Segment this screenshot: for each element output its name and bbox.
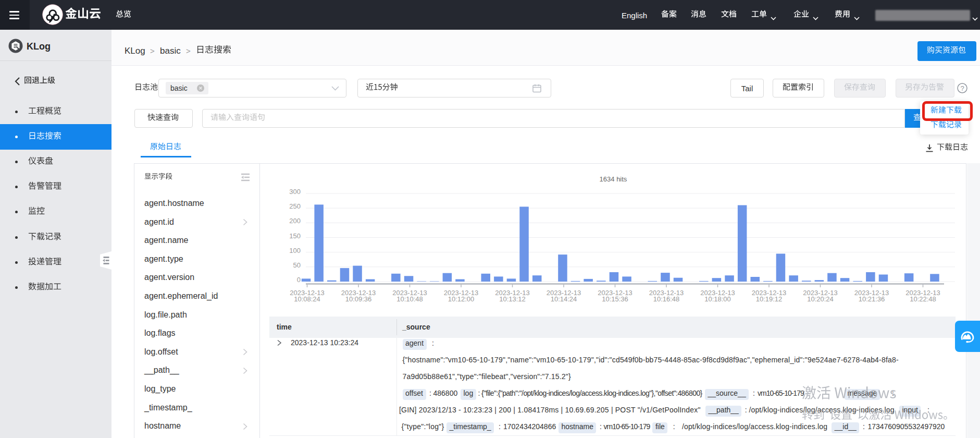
svg-text:?: ? (960, 84, 964, 92)
